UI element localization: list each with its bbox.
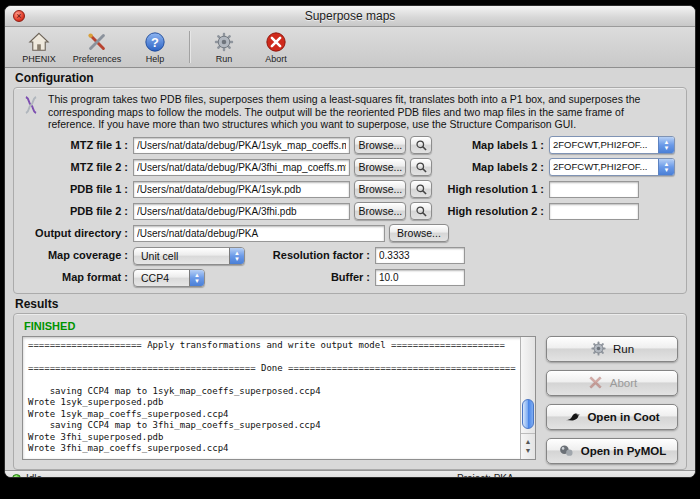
toolbar-preferences-button[interactable]: Preferences	[65, 31, 129, 64]
pdb-file-1-row: PDB file 1 : Browse... High resolution 1…	[22, 180, 678, 199]
resolution-factor-label: Resolution factor :	[255, 249, 370, 261]
pdb-file-2-label: PDB file 2 :	[22, 205, 128, 217]
console-scrollbar[interactable]: ▲▼	[520, 337, 535, 459]
output-directory-browse-button[interactable]: Browse...	[389, 224, 449, 242]
pdb-file-2-view-button[interactable]	[410, 202, 432, 220]
program-description: This program takes two PDB files, superp…	[48, 93, 660, 131]
abort-icon	[587, 374, 604, 391]
scroll-down-icon[interactable]: ▼	[525, 446, 532, 455]
buffer-input[interactable]	[375, 269, 465, 286]
mtz-file-2-row: MTZ file 2 : Browse... Map labels 2 : 2F…	[22, 158, 678, 177]
results-section-title: Results	[5, 294, 695, 313]
toolbar-preferences-label: Preferences	[73, 54, 122, 64]
output-directory-label: Output directory :	[22, 227, 128, 239]
project-label: Project: PKA	[457, 473, 514, 478]
program-icon	[22, 95, 40, 117]
run-gear-icon	[213, 31, 235, 53]
pdb-file-1-browse-button[interactable]: Browse...	[354, 180, 406, 198]
map-coverage-label: Map coverage :	[22, 249, 128, 261]
open-in-coot-label: Open in Coot	[587, 411, 659, 423]
high-resolution-2-label: High resolution 2 :	[432, 205, 544, 217]
toolbar-phenix-button[interactable]: PHENIX	[13, 31, 65, 64]
map-format-row: Map format : CCP4 ▲▼ Buffer :	[22, 268, 678, 287]
map-labels-2-combobox[interactable]: 2FOFCWT,PHI2FOF... ▲▼	[549, 158, 675, 176]
pdb-file-1-input[interactable]	[133, 181, 350, 198]
map-coverage-value: Unit cell	[134, 248, 184, 264]
map-labels-1-value: 2FOFCWT,PHI2FOF...	[550, 137, 658, 153]
map-format-value: CCP4	[134, 270, 175, 286]
mtz-file-2-label: MTZ file 2 :	[22, 161, 128, 173]
output-directory-input[interactable]	[133, 225, 385, 242]
status-finished: FINISHED	[24, 320, 678, 332]
toolbar-run-label: Run	[216, 54, 233, 64]
title-bar[interactable]: × Superpose maps	[5, 6, 695, 27]
scrollbar-arrows[interactable]: ▲▼	[521, 433, 535, 459]
high-resolution-1-label: High resolution 1 :	[432, 183, 544, 195]
pdb-file-2-browse-button[interactable]: Browse...	[354, 202, 406, 220]
map-coverage-row: Map coverage : Unit cell ▲▼ Resolution f…	[22, 246, 678, 265]
map-coverage-popup[interactable]: Unit cell ▲▼	[133, 247, 245, 265]
toolbar-help-button[interactable]: ? Help	[129, 31, 181, 64]
screen: × Superpose maps PHENIX Preferences	[0, 0, 700, 499]
pymol-icon	[558, 442, 575, 459]
toolbar: PHENIX Preferences ?	[5, 27, 695, 68]
status-bar: Idle Project: PKA	[5, 470, 695, 479]
popup-arrows-icon: ▲▼	[189, 270, 204, 286]
map-labels-1-combobox[interactable]: 2FOFCWT,PHI2FOF... ▲▼	[549, 136, 675, 154]
combo-arrows-icon[interactable]: ▲▼	[658, 159, 674, 175]
run-button-label: Run	[613, 343, 634, 355]
close-button[interactable]: ×	[13, 10, 25, 22]
mtz-file-2-browse-button[interactable]: Browse...	[354, 158, 406, 176]
abort-button[interactable]: Abort	[546, 370, 678, 396]
status-text: Idle	[26, 473, 42, 478]
resolution-factor-input[interactable]	[375, 247, 465, 264]
buffer-label: Buffer :	[255, 271, 370, 283]
superpose-maps-window: × Superpose maps PHENIX Preferences	[4, 5, 696, 478]
mtz-file-1-label: MTZ file 1 :	[22, 139, 128, 151]
toolbar-abort-label: Abort	[265, 54, 287, 64]
magnifier-icon	[415, 139, 428, 152]
run-gear-icon	[590, 340, 607, 357]
scrollbar-thumb[interactable]	[522, 399, 534, 429]
map-labels-2-label: Map labels 2 :	[432, 161, 544, 173]
open-in-pymol-label: Open in PyMOL	[581, 445, 667, 457]
output-directory-row: Output directory : Browse...	[22, 224, 678, 243]
abort-icon	[265, 31, 287, 53]
console-text: ===================== Apply transformati…	[23, 337, 535, 458]
map-format-popup[interactable]: CCP4 ▲▼	[133, 269, 205, 287]
open-in-coot-button[interactable]: Open in Coot	[546, 404, 678, 430]
pdb-file-2-row: PDB file 2 : Browse... High resolution 2…	[22, 202, 678, 221]
magnifier-icon	[415, 161, 428, 174]
help-icon: ?	[144, 31, 166, 53]
idle-status-icon	[12, 474, 21, 478]
open-in-pymol-button[interactable]: Open in PyMOL	[546, 438, 678, 464]
mtz-file-1-input[interactable]	[133, 137, 350, 154]
mtz-file-2-view-button[interactable]	[410, 158, 432, 176]
high-resolution-1-input[interactable]	[549, 181, 639, 198]
magnifier-icon	[415, 183, 428, 196]
toolbar-separator	[189, 31, 190, 63]
popup-arrows-icon: ▲▼	[229, 248, 244, 264]
preferences-icon	[86, 31, 108, 53]
mtz-file-2-input[interactable]	[133, 159, 350, 176]
map-labels-1-label: Map labels 1 :	[432, 139, 544, 151]
toolbar-abort-button[interactable]: Abort	[250, 31, 302, 64]
combo-arrows-icon[interactable]: ▲▼	[658, 137, 674, 153]
scroll-up-icon[interactable]: ▲	[525, 437, 532, 446]
toolbar-help-label: Help	[146, 54, 165, 64]
run-button[interactable]: Run	[546, 336, 678, 362]
coot-bird-icon	[564, 408, 581, 425]
configuration-groupbox: This program takes two PDB files, superp…	[13, 87, 687, 294]
pdb-file-1-view-button[interactable]	[410, 180, 432, 198]
high-resolution-2-input[interactable]	[549, 203, 639, 220]
mtz-file-1-view-button[interactable]	[410, 136, 432, 154]
pdb-file-2-input[interactable]	[133, 203, 350, 220]
results-action-buttons: Run Abort Open in Coot	[546, 336, 678, 464]
magnifier-icon	[415, 205, 428, 218]
output-console[interactable]: ===================== Apply transformati…	[22, 336, 536, 460]
phenix-home-icon	[28, 31, 50, 53]
toolbar-phenix-label: PHENIX	[22, 54, 56, 64]
toolbar-run-button[interactable]: Run	[198, 31, 250, 64]
configuration-section-title: Configuration	[5, 68, 695, 87]
mtz-file-1-browse-button[interactable]: Browse...	[354, 136, 406, 154]
